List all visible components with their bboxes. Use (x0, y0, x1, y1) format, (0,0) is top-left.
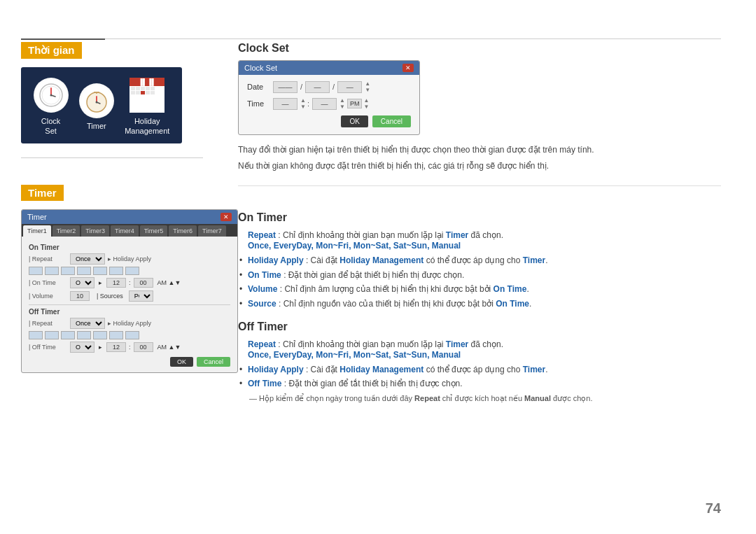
off-repeat-row: | Repeat Once ▸ Holiday Apply (29, 318, 230, 329)
on-source-text: : Chỉ định nguồn vào của thiết bị hiển t… (276, 299, 496, 309)
off-timer-repeat-item: Repeat : Chỉ định khoảng thời gian bạn m… (238, 339, 721, 360)
on-source-select[interactable]: PC (129, 290, 153, 302)
timer-tabs-row: Timer1 Timer2 Timer3 Timer4 Timer5 Timer… (22, 224, 237, 237)
on-holiday-end: . (545, 255, 547, 265)
off-min-field[interactable]: 00 (134, 342, 153, 352)
off-holiday-label: ▸ Holiday Apply (108, 320, 151, 327)
timer-tab-2[interactable]: Timer2 (52, 225, 80, 237)
off-day-checkboxes (29, 331, 230, 339)
on-holiday-label: ▸ Holiday Apply (108, 255, 151, 262)
off-holiday-text: : Cài đặt (304, 365, 340, 374)
holiday-label: HolidayManagement (125, 116, 169, 136)
date-field-3[interactable]: — (337, 81, 362, 93)
clockset-close-btn[interactable]: ✕ (402, 64, 414, 72)
timer-tab-4[interactable]: Timer4 (111, 225, 139, 237)
off-colon: : (129, 344, 131, 351)
day-check-5[interactable] (93, 267, 107, 275)
off-day-check-4[interactable] (77, 331, 91, 339)
time-min-field[interactable]: — (312, 98, 337, 110)
off-time-field-label: | Off Time (29, 344, 67, 351)
min-spin[interactable]: ▲▼ (340, 97, 345, 110)
day-check-7[interactable] (125, 267, 139, 275)
on-time-sep1: ▸ (99, 279, 102, 286)
clockset-ok-btn[interactable]: OK (341, 115, 368, 127)
off-day-check-3[interactable] (61, 331, 75, 339)
clock-set-icon-item: ClockSet (34, 78, 69, 136)
clock-set-label: ClockSet (41, 116, 61, 136)
on-ampm: AM ▲▼ (158, 279, 181, 286)
on-ontime-bullet: On Time : Đặt thời gian để bật thiết bị … (238, 268, 721, 282)
clockset-dialog: Clock Set ✕ Date —— / — / — ▲▼ Time (238, 60, 420, 135)
on-volume-end: . (526, 284, 528, 294)
timer-section-divider (29, 304, 230, 305)
top-divider-line (21, 38, 721, 39)
date-spin[interactable]: ▲▼ (365, 80, 370, 93)
off-day-check-6[interactable] (109, 331, 123, 339)
on-source-ontime: On Time (496, 299, 529, 309)
on-volume-bold: Volume (248, 284, 277, 294)
on-repeat-select[interactable]: Once EveryDay Mon~Fri (70, 253, 105, 265)
pm-spin[interactable]: ▲▼ (363, 97, 369, 110)
on-volume-bullet: Volume : Chỉ định âm lượng của thiết bị … (238, 282, 721, 296)
timer-tab-6[interactable]: Timer6 (169, 225, 197, 237)
on-volume-label: | Volume (29, 293, 67, 300)
on-timer-repeat-item: Repeat : Chỉ định khoảng thời gian bạn m… (238, 230, 721, 251)
timer-ok-button[interactable]: OK (170, 357, 193, 367)
off-time-off-select[interactable]: Off (70, 342, 94, 353)
time-label: Time (247, 99, 272, 108)
off-holiday-suffix: có thể được áp dụng cho (424, 365, 522, 374)
on-hour-field[interactable]: 12 (106, 278, 126, 288)
timer-icon-item: Timer (79, 83, 114, 130)
holiday-icon-item: ▐▌▐▌ (125, 78, 169, 136)
off-sep: ▸ (99, 344, 102, 351)
timer-badge: Timer (21, 185, 64, 201)
off-offtime-bold: Off Time (248, 379, 281, 388)
clock-set-title: Clock Set (238, 42, 721, 55)
on-repeat-suffix: đã chọn. (468, 230, 503, 240)
date-sep-1: / (300, 83, 302, 91)
off-day-check-2[interactable] (45, 331, 59, 339)
off-repeat-label: | Repeat (29, 320, 67, 327)
on-timer-title: On Timer (238, 211, 721, 224)
date-field-2[interactable]: — (305, 81, 330, 93)
hour-spin[interactable]: ▲▼ (300, 97, 306, 110)
off-repeat-text: : Chỉ định khoảng thời gian bạn muốn lặp… (276, 339, 446, 349)
timer-tab-1[interactable]: Timer1 (23, 225, 51, 237)
off-timer-label: Off Timer (29, 308, 230, 316)
on-colon: : (129, 279, 131, 286)
on-holiday-bullet: Holiday Apply : Cài đặt Holiday Manageme… (238, 253, 721, 267)
note-repeat-bold: Repeat (414, 394, 440, 402)
off-day-check-1[interactable] (29, 331, 43, 339)
off-repeat-select[interactable]: Once (70, 318, 105, 329)
on-volume-field[interactable]: 10 (70, 291, 90, 301)
time-hour-field[interactable]: — (273, 98, 298, 110)
off-day-check-5[interactable] (93, 331, 107, 339)
date-sep-2: / (332, 83, 335, 91)
on-min-field[interactable]: 00 (134, 278, 153, 288)
on-ontime-text: : Đặt thời gian để bật thiết bị hiển thị… (281, 270, 464, 280)
left-column: Thời gian (21, 21, 217, 513)
on-volume-text: : Chỉ định âm lượng của thiết bị hiển th… (277, 284, 493, 294)
off-timer-bullets: Holiday Apply : Cài đặt Holiday Manageme… (238, 363, 721, 391)
pm-label: PM (347, 99, 363, 108)
timer-tab-5[interactable]: Timer5 (140, 225, 168, 237)
day-check-3[interactable] (61, 267, 75, 275)
timer-tab-3[interactable]: Timer3 (81, 225, 109, 237)
off-holiday-end: . (545, 365, 547, 374)
clockset-dialog-title: Clock Set (244, 64, 277, 72)
day-check-1[interactable] (29, 267, 43, 275)
day-check-6[interactable] (109, 267, 123, 275)
on-time-off-select[interactable]: Off (70, 277, 94, 288)
off-day-check-7[interactable] (125, 331, 139, 339)
clockset-cancel-btn[interactable]: Cancel (372, 115, 411, 127)
day-check-2[interactable] (45, 267, 59, 275)
on-day-checkboxes (29, 267, 230, 275)
holiday-calendar: ▐▌▐▌ (130, 78, 164, 113)
off-hour-field[interactable]: 12 (106, 342, 126, 352)
on-repeat-bold: Repeat (248, 230, 276, 240)
thoi-gian-badge: Thời gian (21, 42, 82, 59)
on-source-label: | Sources (97, 293, 123, 300)
right-divider (238, 185, 721, 186)
date-field-1[interactable]: —— (273, 81, 298, 93)
day-check-4[interactable] (77, 267, 91, 275)
